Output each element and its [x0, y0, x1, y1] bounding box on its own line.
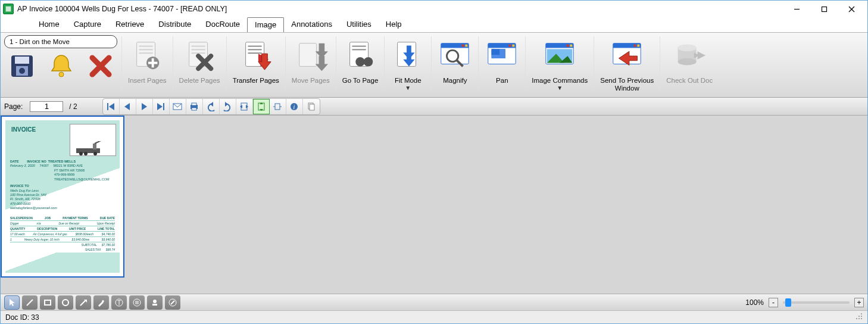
svg-point-128 — [856, 318, 857, 319]
svg-text:i: i — [294, 104, 295, 110]
svg-point-74 — [678, 45, 697, 52]
copy-page-button[interactable] — [303, 99, 320, 114]
thumb-picture — [70, 124, 116, 156]
annotation-toolbar: T 100% - + — [1, 294, 867, 310]
svg-rect-49 — [466, 45, 468, 47]
page-combo[interactable]: 1 - Dirt on the Move — [4, 35, 117, 48]
transfer-pages-icon — [239, 35, 273, 77]
goto-page-label: Go To Page — [342, 77, 379, 85]
last-page-button[interactable] — [153, 99, 170, 114]
info-button[interactable]: i — [286, 99, 303, 114]
svg-point-129 — [858, 318, 860, 319]
menu-annotations[interactable]: Annotations — [284, 17, 339, 32]
minimize-button[interactable] — [783, 1, 810, 17]
transfer-pages-button[interactable]: Transfer Pages — [228, 35, 284, 85]
line-tool[interactable] — [22, 295, 38, 310]
page-number-input[interactable] — [30, 101, 63, 112]
delete-x-button[interactable] — [86, 52, 115, 80]
svg-rect-83 — [163, 103, 164, 110]
svg-rect-102 — [93, 144, 96, 149]
svg-rect-14 — [139, 52, 153, 54]
ellipse-tool[interactable] — [58, 295, 73, 310]
svg-marker-80 — [124, 103, 130, 110]
resize-grip-icon[interactable] — [855, 313, 863, 322]
goto-page-button[interactable]: Go To Page — [338, 35, 383, 85]
page-total: / 2 — [69, 102, 77, 111]
highlight-tool[interactable] — [93, 295, 109, 310]
workspace[interactable]: INVOICE DATE INVOICE NO TREATED WELLS Fe… — [1, 116, 867, 294]
image-commands-button[interactable]: Image Commands ▼ — [527, 35, 592, 91]
zoom-thumb[interactable] — [785, 298, 791, 307]
menu-docroute[interactable]: DocRoute — [198, 17, 247, 32]
svg-marker-89 — [225, 102, 228, 107]
thumb-header-block: DATE INVOICE NO TREATED WELLS February 3… — [10, 160, 110, 211]
ribbon: 1 - Dirt on the Move Insert Pages — [1, 32, 867, 98]
note-tool[interactable] — [129, 295, 145, 310]
first-page-button[interactable] — [103, 99, 120, 114]
fit-width-button[interactable] — [236, 99, 253, 114]
prev-page-button[interactable] — [120, 99, 136, 114]
svg-marker-82 — [157, 103, 163, 110]
pan-button[interactable]: Pan — [480, 35, 524, 85]
svg-rect-48 — [462, 45, 464, 47]
titlebar: AP Invoice 100004 Wells Dug For Less - 7… — [1, 1, 867, 17]
menu-retrieve[interactable]: Retrieve — [108, 17, 151, 32]
pointer-tool[interactable] — [4, 295, 20, 310]
svg-rect-61 — [567, 45, 569, 47]
save-button[interactable] — [8, 52, 36, 80]
zoom-in-button[interactable]: + — [854, 298, 864, 307]
menu-image[interactable]: Image — [247, 17, 284, 32]
goto-page-icon — [343, 35, 377, 77]
freehand-tool[interactable] — [165, 295, 180, 310]
text-tool[interactable]: T — [111, 295, 127, 310]
svg-point-125 — [861, 313, 862, 314]
menu-utilities[interactable]: Utilities — [339, 17, 379, 32]
window-root: AP Invoice 100004 Wells Dug For Less - 7… — [0, 0, 868, 324]
fit-mode-button[interactable]: Fit Mode ▼ — [386, 35, 430, 91]
move-pages-button[interactable]: Move Pages — [287, 35, 335, 85]
actual-size-button[interactable] — [270, 99, 286, 114]
quick-buttons — [4, 52, 120, 80]
menu-help[interactable]: Help — [379, 17, 409, 32]
checkout-doc-button[interactable]: Check Out Doc — [661, 35, 717, 85]
rect-tool[interactable] — [40, 295, 55, 310]
image-commands-label: Image Commands — [532, 77, 588, 85]
menu-capture[interactable]: Capture — [67, 17, 108, 32]
maximize-button[interactable] — [810, 1, 838, 17]
svg-point-126 — [858, 316, 860, 317]
next-page-button[interactable] — [136, 99, 153, 114]
menu-distribute[interactable]: Distribute — [151, 17, 198, 32]
redo-button[interactable] — [220, 99, 236, 114]
send-previous-button[interactable]: Send To Previous Window — [595, 35, 658, 92]
svg-point-105 — [84, 152, 88, 155]
stamp-tool[interactable] — [147, 295, 163, 310]
svg-rect-47 — [441, 43, 469, 48]
zoom-out-button[interactable]: - — [769, 298, 778, 307]
svg-rect-60 — [546, 43, 573, 48]
undo-button[interactable] — [203, 99, 220, 114]
fit-mode-icon — [391, 35, 425, 77]
zoom-label: 100% — [745, 298, 764, 307]
insert-pages-button[interactable]: Insert Pages — [123, 35, 171, 85]
svg-rect-86 — [192, 103, 196, 105]
checkout-doc-icon — [672, 35, 707, 77]
svg-rect-1 — [6, 7, 11, 11]
svg-rect-39 — [360, 60, 369, 62]
close-button[interactable] — [838, 1, 865, 17]
mail-button[interactable] — [170, 99, 186, 114]
menu-home[interactable]: Home — [32, 17, 67, 32]
bell-button[interactable] — [47, 52, 76, 80]
page-combo-value: 1 - Dirt on the Move — [10, 38, 70, 45]
print-button[interactable] — [186, 99, 203, 114]
svg-point-110 — [63, 300, 68, 306]
svg-point-37 — [355, 57, 364, 66]
page-thumbnail[interactable]: INVOICE DATE INVOICE NO TREATED WELLS Fe… — [1, 116, 124, 278]
delete-pages-button[interactable]: Delete Pages — [174, 35, 225, 85]
image-commands-icon — [542, 35, 577, 77]
zoom-slider[interactable] — [783, 301, 850, 304]
fit-page-button[interactable] — [253, 99, 270, 114]
svg-marker-77 — [698, 51, 706, 60]
magnify-button[interactable]: Magnify — [433, 35, 477, 85]
arrow-tool[interactable] — [76, 295, 91, 310]
svg-marker-79 — [109, 103, 114, 110]
